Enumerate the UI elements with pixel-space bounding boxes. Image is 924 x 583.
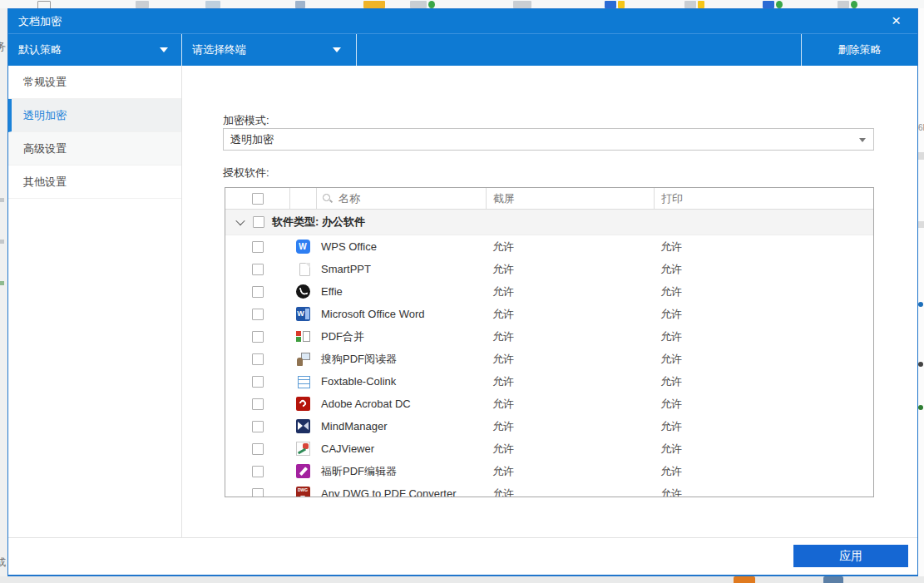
table-row[interactable]: SmartPPT 允许 允许	[225, 258, 873, 280]
row-checkbox[interactable]	[252, 443, 264, 455]
app-name: Foxtable-Colink	[316, 375, 486, 388]
row-checkbox[interactable]	[252, 466, 264, 477]
apply-button[interactable]: 应用	[793, 545, 908, 567]
screenshot-permission[interactable]: 允许	[486, 374, 654, 389]
app-name: MindManager	[316, 420, 486, 432]
background-toolbar-icon	[618, 1, 625, 8]
sidebar-item-label: 常规设置	[23, 76, 67, 88]
row-checkbox[interactable]	[252, 421, 264, 432]
row-checkbox[interactable]	[252, 376, 264, 388]
screenshot-column-label: 截屏	[493, 191, 515, 206]
screenshot-permission[interactable]: 允许	[486, 442, 654, 457]
foxit-icon	[296, 464, 310, 478]
app-name: CAJViewer	[316, 442, 486, 455]
background-dot	[918, 302, 923, 307]
table-row[interactable]: 福昕PDF编辑器 允许 允许	[225, 460, 873, 482]
screenshot-permission[interactable]: 允许	[486, 284, 654, 299]
screenshot-permission[interactable]: 允许	[486, 240, 654, 254]
background-text-fragment: 或	[0, 556, 6, 570]
screenshot-permission[interactable]: 允许	[486, 352, 654, 367]
background-dot	[918, 405, 923, 410]
cajviewer-icon	[296, 442, 310, 456]
background-toolbar-icon	[698, 1, 704, 8]
screenshot-permission[interactable]: 允许	[486, 262, 654, 277]
print-permission[interactable]: 允许	[654, 307, 873, 322]
app-name: Microsoft Office Word	[316, 308, 486, 320]
table-row[interactable]: MindManager 允许 允许	[225, 415, 873, 437]
table-row[interactable]: 搜狗PDF阅读器 允许 允许	[225, 348, 873, 370]
row-checkbox[interactable]	[252, 286, 264, 298]
terminal-dropdown-value: 请选择终端	[192, 42, 246, 57]
software-group-row[interactable]: 软件类型: 办公软件	[225, 210, 873, 235]
background-toolbar-icon	[605, 1, 616, 8]
background-mark	[0, 281, 4, 285]
print-permission[interactable]: 允许	[654, 397, 873, 412]
sidebar-item-other-settings[interactable]: 其他设置	[8, 166, 181, 199]
sidebar-item-advanced-settings[interactable]: 高级设置	[8, 132, 181, 166]
group-checkbox[interactable]	[253, 216, 264, 228]
document-encryption-dialog: 文档加密 × 默认策略 请选择终端 删除策略 常规设置 透明加密 高级设置	[7, 8, 918, 576]
settings-main-panel: 加密模式: 透明加密 授权软件: 名称 截屏	[182, 66, 917, 537]
close-icon[interactable]: ×	[887, 9, 906, 33]
row-checkbox[interactable]	[252, 398, 264, 410]
table-row[interactable]: Foxtable-Colink 允许 允许	[225, 370, 873, 393]
table-row[interactable]: Effie 允许 允许	[225, 280, 873, 303]
print-permission[interactable]: 允许	[654, 240, 873, 254]
screenshot-permission[interactable]: 允许	[486, 487, 654, 498]
name-column-header: 名称	[316, 188, 486, 209]
terminal-dropdown[interactable]: 请选择终端	[182, 34, 357, 66]
search-icon[interactable]	[322, 193, 334, 205]
row-checkbox[interactable]	[252, 241, 264, 253]
background-text-fragment: 务	[0, 40, 6, 54]
screenshot-permission[interactable]: 允许	[486, 397, 654, 412]
table-row[interactable]: Microsoft Office Word 允许 允许	[225, 303, 873, 325]
table-row[interactable]: Any DWG to PDF Converter 允许 允许	[225, 482, 873, 497]
print-permission[interactable]: 允许	[654, 329, 873, 344]
screenshot-column-header: 截屏	[486, 188, 654, 209]
background-toolbar-icon	[851, 1, 857, 8]
mindmanager-icon	[296, 419, 310, 433]
row-checkbox[interactable]	[252, 353, 264, 365]
background-dot	[918, 362, 923, 367]
print-permission[interactable]: 允许	[654, 487, 873, 498]
row-checkbox[interactable]	[252, 331, 264, 343]
select-all-checkbox[interactable]	[252, 193, 264, 205]
table-row[interactable]: Adobe Acrobat DC 允许 允许	[225, 393, 873, 415]
table-row[interactable]: PDF合并 允许 允许	[225, 325, 873, 348]
app-name: Effie	[316, 285, 486, 298]
row-checkbox[interactable]	[252, 264, 264, 275]
print-permission[interactable]: 允许	[654, 374, 873, 389]
policy-bar-spacer	[357, 34, 801, 66]
table-row[interactable]: WPS Office 允许 允许	[225, 235, 873, 258]
encryption-mode-select[interactable]: 透明加密	[223, 128, 874, 151]
screenshot-permission[interactable]: 允许	[486, 419, 654, 434]
word-icon	[296, 307, 310, 321]
sidebar-item-label: 其他设置	[23, 175, 67, 188]
sidebar-item-transparent-encryption[interactable]: 透明加密	[8, 99, 181, 132]
screenshot-permission[interactable]: 允许	[486, 329, 654, 344]
print-permission[interactable]: 允许	[654, 284, 873, 299]
row-checkbox[interactable]	[252, 309, 264, 320]
acrobat-icon	[296, 397, 310, 411]
screenshot-permission[interactable]: 允许	[486, 464, 654, 479]
policy-dropdown[interactable]: 默认策略	[8, 34, 182, 66]
pdfmerge-icon	[296, 329, 310, 343]
sidebar-item-general-settings[interactable]: 常规设置	[8, 66, 181, 99]
print-permission[interactable]: 允许	[654, 262, 873, 277]
screenshot-permission[interactable]: 允许	[486, 307, 654, 322]
background-left-strip: 务 或	[0, 8, 7, 583]
policy-bar: 默认策略 请选择终端 删除策略	[8, 34, 917, 66]
app-name: WPS Office	[316, 240, 486, 253]
print-permission[interactable]: 允许	[654, 352, 873, 367]
print-permission[interactable]: 允许	[654, 442, 873, 457]
delete-policy-button[interactable]: 删除策略	[801, 34, 917, 66]
table-row[interactable]: CAJViewer 允许 允许	[225, 437, 873, 460]
row-checkbox[interactable]	[252, 488, 264, 498]
dialog-content: 常规设置 透明加密 高级设置 其他设置 加密模式: 透明加密 授权软件:	[8, 66, 917, 537]
print-permission[interactable]: 允许	[654, 464, 873, 479]
print-permission[interactable]: 允许	[654, 419, 873, 434]
background-desktop-icon-fragment	[734, 576, 755, 583]
background-toolbar-icon	[37, 1, 51, 8]
collapse-chevron-icon[interactable]	[235, 216, 245, 225]
chevron-down-icon	[333, 47, 341, 52]
